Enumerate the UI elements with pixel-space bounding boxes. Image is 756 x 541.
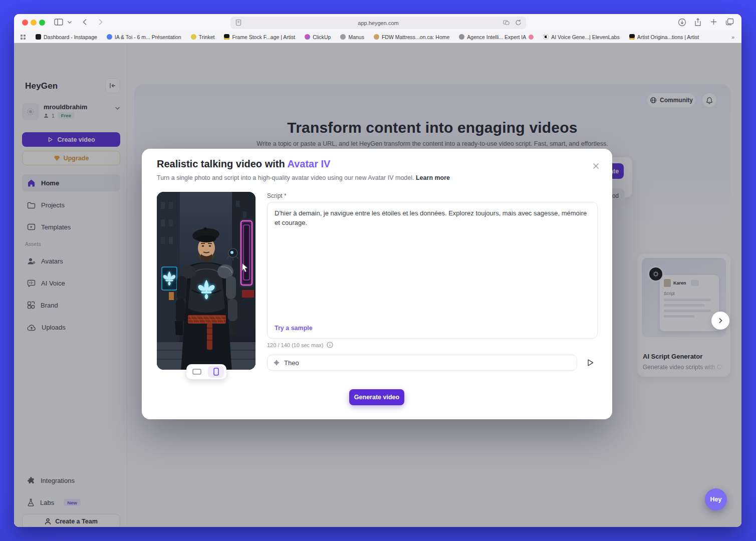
bookmark-item[interactable]: Artist Origina...tions | Artist [629,34,699,40]
bookmark-favicon [543,34,549,40]
play-voice-button[interactable] [584,357,596,369]
script-text: D'hier à demain, je navigue entre les ét… [275,209,587,226]
bookmark-favicon [191,34,196,40]
script-label: Script * [267,192,287,199]
url-text: app.heygen.com [358,20,398,26]
bookmark-favicon [305,34,310,40]
play-icon [587,359,594,367]
bookmark-item[interactable]: Manus [340,34,364,40]
browser-toolbar: app.heygen.com [14,14,741,31]
avatar-iv-highlight: Avatar IV [287,158,330,169]
bookmark-favicon [629,34,635,40]
reload-icon[interactable] [515,19,522,26]
bookmarks-bar: Dashboard - Instapage IA & Toi - 6 m... … [14,31,741,43]
avatar-iv-modal: Realistic talking video with Avatar IV T… [142,149,612,419]
generate-video-button[interactable]: Generate video [349,389,404,405]
bookmarks-grid-icon[interactable] [20,34,26,40]
downloads-icon[interactable] [678,18,686,27]
script-textarea[interactable]: D'hier à demain, je navigue entre les ét… [267,202,598,339]
chevron-down-icon[interactable] [67,20,72,24]
voice-icon [273,359,280,366]
minimize-window-button[interactable] [31,20,37,26]
modal-subtitle: Turn a single photo and script into a hi… [157,174,450,181]
avatar-preview-image[interactable] [157,192,256,370]
reader-page-icon[interactable] [235,19,242,26]
heygen-chat-widget-button[interactable]: Hey [705,488,727,510]
character-counter: 120 / 140 (10 sec max) [267,342,333,348]
bookmark-favicon [459,34,464,40]
voice-name: Theo [284,359,299,367]
bookmark-favicon [340,34,346,40]
aspect-ratio-toggle [186,364,226,379]
bookmark-favicon [107,34,112,40]
learn-more-link[interactable]: Learn more [416,174,450,181]
brain-emoji-icon [529,35,534,40]
avatar-illustration [157,192,256,370]
try-sample-link[interactable]: Try a sample [275,324,313,333]
close-icon [592,162,600,170]
chevron-right-icon [717,318,723,324]
new-tab-icon[interactable] [710,18,717,26]
bookmarks-overflow-chevron[interactable]: » [731,34,734,40]
browser-window: app.heygen.com Dashboard - Instapage IA … [14,14,741,527]
close-modal-button[interactable] [591,161,601,171]
zoom-window-button[interactable] [39,20,45,26]
carousel-next-button[interactable] [711,312,729,330]
bookmark-item[interactable]: Agence Intelli... Expert IA [459,34,534,40]
landscape-ratio-button[interactable] [189,366,205,378]
portrait-ratio-button[interactable] [208,366,224,378]
bookmark-item[interactable]: ClickUp [305,34,331,40]
bookmark-favicon [374,34,379,40]
voice-selector[interactable]: Theo [267,355,577,371]
back-button[interactable] [81,18,89,26]
forward-button[interactable] [96,18,104,26]
bookmark-favicon [224,34,229,40]
bookmark-item[interactable]: Trinket [191,34,215,40]
tab-badge-icon [503,20,510,26]
bookmark-item[interactable]: Frame Stock F...age | Artist [224,34,295,40]
bookmark-item[interactable]: Dashboard - Instapage [36,34,97,40]
bookmark-favicon [36,34,41,40]
close-window-button[interactable] [22,20,28,26]
share-icon[interactable] [694,18,702,27]
modal-title: Realistic talking video with Avatar IV [157,158,330,170]
address-bar[interactable]: app.heygen.com [230,17,526,29]
tab-overview-icon[interactable] [725,18,734,26]
mouse-cursor [240,263,249,275]
bookmark-item[interactable]: IA & Toi - 6 m... Présentation [107,34,181,40]
bookmark-item[interactable]: AI Voice Gene...| ElevenLabs [543,34,619,40]
sidebar-toggle-icon[interactable] [54,18,63,26]
info-icon[interactable] [327,342,333,348]
bookmark-item[interactable]: FDW Mattress...on.ca: Home [374,34,449,40]
